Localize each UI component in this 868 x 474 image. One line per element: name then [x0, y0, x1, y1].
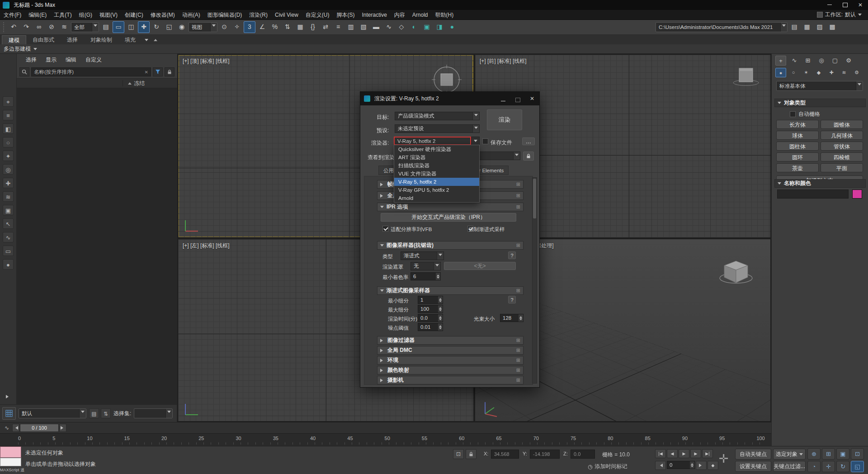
explorer-groups-filter-icon[interactable]: ▣ — [3, 205, 14, 215]
target-mode-dropdown[interactable]: 产品级渲染模式 — [395, 112, 480, 120]
explorer-cameras-filter-icon[interactable]: ◎ — [3, 164, 14, 175]
filter-funnel-icon[interactable] — [153, 67, 163, 76]
auto-key-button[interactable]: 自动关键点 — [735, 449, 771, 460]
explorer-spacewarps-filter-icon[interactable]: ≋ — [3, 191, 14, 202]
menu-item[interactable]: 工具(T) — [50, 10, 75, 20]
menu-item[interactable]: 帮助(H) — [432, 10, 458, 20]
primitive-button[interactable]: 圆柱体 — [776, 142, 819, 151]
project-folder-icon[interactable]: ▤ — [788, 21, 800, 33]
menu-item[interactable]: 组(G) — [75, 10, 96, 20]
viewcube-icon[interactable] — [717, 257, 755, 290]
primitive-button[interactable]: 几何球体 — [821, 131, 863, 140]
menu-item[interactable]: 内容 — [391, 10, 409, 20]
selection-set-dropdown[interactable] — [134, 408, 173, 418]
selection-filter-dropdown[interactable]: 全部 — [71, 22, 99, 32]
play-button[interactable]: ▶ — [679, 449, 689, 458]
viewport-label[interactable]: [+] [左] [标准] [线框] — [183, 242, 230, 250]
viewport-label[interactable]: [+] [顶] [标准] [线框] — [183, 57, 230, 65]
previous-frame-button[interactable]: ◀ — [667, 449, 678, 458]
renderer-dropdown-arrow[interactable] — [471, 137, 480, 145]
isolate-selection-icon[interactable]: ⊡ — [453, 449, 464, 459]
workspace-tools-icon[interactable]: ▩ — [826, 21, 838, 33]
min-shading-spinner[interactable]: 6 — [410, 272, 441, 280]
explorer-menu-item[interactable]: 自定义 — [81, 56, 106, 64]
help-button[interactable]: ? — [508, 296, 516, 303]
viewport-lock-icon[interactable] — [523, 152, 534, 161]
go-to-start-button[interactable]: |◀ — [655, 449, 666, 458]
rectangular-selection-region-icon[interactable]: ▭ — [113, 21, 124, 33]
motion-tab-icon[interactable]: ◎ — [816, 56, 827, 66]
dialog-minimize-button[interactable] — [496, 92, 510, 105]
menu-item[interactable]: 创建(C) — [121, 10, 147, 20]
scene-script-icon[interactable]: ▨ — [814, 21, 826, 33]
z-coordinate-field[interactable]: 0.0 — [571, 450, 595, 459]
collapsed-rollout[interactable]: 环境 ⊞ — [377, 356, 524, 365]
workspace-selector[interactable]: 工作区: 默认 — [817, 11, 868, 19]
curve-editor-icon[interactable]: ∿ — [383, 21, 395, 33]
scene-explorer-toggle-icon[interactable]: ▥ — [345, 21, 357, 33]
render-time-spinner[interactable]: 0.0 — [418, 314, 443, 322]
primitive-button[interactable]: 圆锥体 — [821, 120, 863, 129]
collapsed-rollout[interactable]: 颜色映射 ⊞ — [377, 366, 524, 374]
ribbon-tab[interactable]: 对象绘制 — [84, 35, 118, 44]
name-color-rollout[interactable]: 名称和颜色 — [774, 179, 866, 188]
menu-item[interactable]: 脚本(S) — [333, 10, 358, 20]
helpers-category-icon[interactable]: ✚ — [826, 68, 837, 77]
zoom-extents-all-icon[interactable]: ⊡ — [851, 448, 864, 460]
select-and-rotate-icon[interactable]: ↻ — [151, 21, 162, 33]
object-color-swatch[interactable] — [852, 190, 862, 199]
checkbox[interactable] — [790, 111, 796, 117]
autogrid-checkbox[interactable]: 自动栅格 — [790, 110, 820, 118]
min-subdivs-spinner[interactable]: 1 — [418, 296, 443, 304]
select-and-link-icon[interactable]: ∞ — [33, 21, 45, 33]
explorer-shapes-filter-icon[interactable]: ○ — [3, 137, 14, 147]
object-name-field[interactable] — [777, 190, 849, 199]
renderer-dropdown-item[interactable]: Quicksilver 硬件渲染器 — [394, 145, 479, 153]
ribbon-minimize-icon[interactable] — [151, 35, 160, 44]
selected-objects-button[interactable]: 选定对象 — [773, 449, 806, 460]
render-setup-icon[interactable]: ▣ — [421, 21, 433, 33]
object-type-rollout[interactable]: 对象类型 — [774, 99, 866, 107]
bind-to-spacewarp-icon[interactable]: ≋ — [58, 21, 70, 33]
explorer-xrefs-filter-icon[interactable]: ↖ — [3, 218, 14, 229]
noise-threshold-spinner[interactable]: 0.01 — [418, 323, 443, 331]
renderer-dropdown-item[interactable]: V-Ray GPU 5, hotfix 2 — [394, 186, 479, 194]
project-path-dropdown[interactable]: C:\Users\Administrator\Documents\3ds Max… — [656, 22, 788, 32]
scrollbar-thumb[interactable] — [533, 179, 536, 218]
menu-item[interactable]: 文件(F) — [0, 10, 25, 20]
menu-item[interactable]: 渲染(R) — [245, 10, 271, 20]
render-production-icon[interactable]: ● — [446, 21, 458, 33]
undo-icon[interactable]: ↶ — [8, 21, 19, 33]
save-file-browse-button[interactable]: … — [522, 137, 535, 145]
primitive-button[interactable]: 管状体 — [821, 142, 863, 151]
ribbon-tab[interactable]: 建模 — [2, 35, 26, 44]
explorer-object-list[interactable] — [17, 88, 177, 404]
dialog-titlebar[interactable]: 渲染设置: V-Ray 5, hotfix 2 ✕ — [360, 92, 539, 105]
ray-bundle-spinner[interactable]: 128 — [500, 314, 524, 322]
dialog-close-button[interactable]: ✕ — [525, 92, 539, 105]
explorer-collapse-icon[interactable] — [6, 395, 10, 398]
explorer-bones-filter-icon[interactable]: ∿ — [3, 232, 14, 242]
window-close-button[interactable]: ✕ — [853, 0, 868, 10]
renderer-dropdown-item[interactable]: VUE 文件渲染器 — [394, 170, 479, 178]
select-and-move-icon[interactable]: ✚ — [138, 21, 150, 33]
ribbon-panel-strip[interactable]: 多边形建模 — [0, 44, 868, 54]
progressive-sampler-rollout[interactable]: 渐进式图像采样器 ⊞ — [377, 286, 524, 295]
clear-search-icon[interactable]: ✕ — [145, 70, 148, 75]
spacewarps-category-icon[interactable]: ≋ — [839, 68, 849, 77]
ribbon-toggle-icon[interactable]: ▬ — [370, 21, 382, 33]
primitive-button[interactable]: 四棱锥 — [821, 152, 863, 161]
key-filters-button[interactable]: 关键点过滤... — [773, 461, 806, 472]
explorer-sort-field[interactable]: 名称(按升序排序) ✕ — [31, 67, 151, 76]
primitive-button[interactable]: 茶壶 — [776, 163, 819, 172]
menu-item[interactable]: 自定义(U) — [302, 10, 333, 20]
current-frame-field[interactable]: 0 — [667, 461, 695, 469]
time-slider-handle[interactable]: 0 / 100 — [20, 424, 59, 432]
explorer-menu-item[interactable]: 选择 — [21, 56, 41, 64]
angle-snap-icon[interactable]: ∠ — [256, 21, 268, 33]
primitive-button[interactable]: 圆环 — [776, 152, 819, 161]
add-time-tag[interactable]: ◷ 添加时间标记 — [588, 463, 627, 470]
window-maximize-button[interactable] — [837, 0, 853, 10]
menu-item[interactable]: 图形编辑器(D) — [204, 10, 246, 20]
explorer-materials-filter-icon[interactable]: ● — [3, 259, 14, 270]
